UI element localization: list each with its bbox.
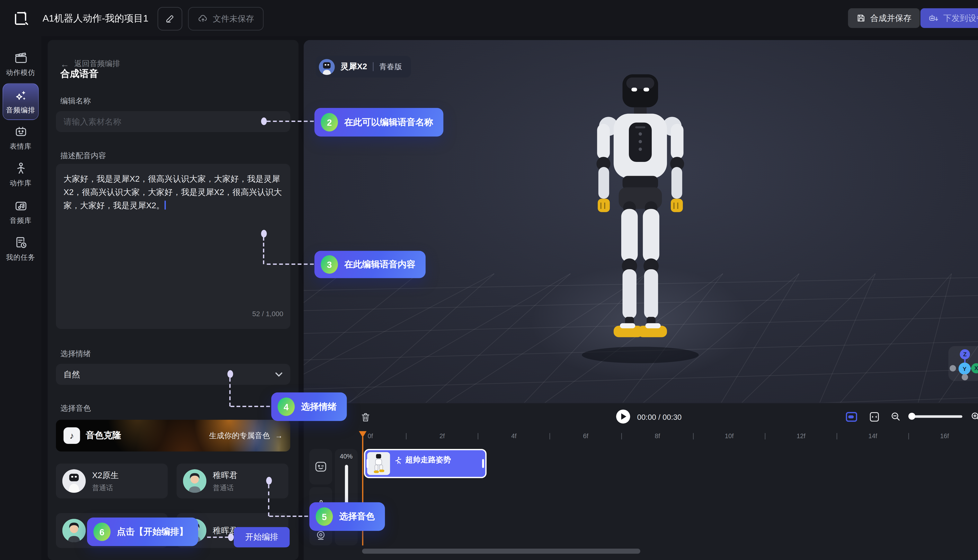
snap-icon [845,411,857,422]
timeline-horizontal-scrollbar[interactable] [362,549,640,554]
name-field-label: 编辑名称 [60,96,91,107]
synthesize-voice-panel: ← 返回音频编排 合成语音 编辑名称 描述配音内容 大家好，我是灵犀X2，很高兴… [48,40,299,560]
gizmo-neg-axis-bottom[interactable] [962,374,968,380]
tutorial-step-2: 2 在此可以编辑语音名称 [315,108,444,137]
gizmo-neg-axis-left[interactable] [950,365,956,371]
back-label: 返回音频编排 [74,58,120,69]
running-person-icon [394,456,402,464]
gizmo-y-axis[interactable]: Y [958,363,971,375]
save-button-label: 合成并保存 [870,12,911,24]
step-text: 选择情绪 [301,401,337,412]
magnifier-minus-icon [890,411,901,422]
timeline-zoom-knob[interactable] [908,413,915,420]
sidebar-label: 音频库 [10,216,32,225]
step-number-badge: 6 [93,523,110,541]
ruler-label: 4f [511,433,517,440]
person-avatar [183,469,206,493]
connector-dot [261,118,267,125]
sidebar-item-my-tasks[interactable]: 我的任务 [0,236,41,262]
back-link[interactable]: ← 返回音频编排 [60,58,120,69]
connector-line [207,537,229,538]
sidebar-item-audio-library[interactable]: 音频库 [0,199,41,225]
humanoid-robot [539,70,742,369]
zoom-out-button[interactable] [890,410,902,423]
gizmo-z-axis[interactable]: Z [960,349,970,359]
connector-line [267,263,314,265]
play-icon [621,413,626,420]
step-text: 选择音色 [339,511,375,522]
voice-card-x2[interactable]: X2原生 普通话 [56,463,168,498]
axis-gizmo[interactable]: Z Y X [948,346,978,381]
timeline-clip[interactable]: 超帅走路姿势 [364,449,487,478]
sidebar-item-expression-library[interactable]: 表情库 [0,125,41,151]
volume-control[interactable]: 40% [335,449,357,545]
connector-line [263,237,264,264]
voice-language: 普通话 [213,483,238,493]
snap-toggle-button[interactable] [845,410,858,423]
step-number-badge: 2 [321,113,338,132]
emotion-select[interactable]: 自然 [56,364,290,385]
sparkles-icon [14,88,28,102]
gizmo-x-axis[interactable]: X [971,363,978,373]
emotion-field-label: 选择情绪 [60,348,91,359]
emotion-value: 自然 [63,368,80,380]
voice-clone-banner[interactable]: ♪ 音色克隆 生成你的专属音色 → [56,420,290,452]
app-window: A1机器人动作-我的项目1 文件未保存 合成并保存 下发到设备 [0,0,978,560]
wink-face-icon [315,461,327,472]
material-name-input[interactable] [56,111,290,132]
sidebar-item-motion-mimic[interactable]: 动作模仿 [0,51,41,77]
ruler-label: 2f [439,433,445,440]
sidebar-label: 表情库 [10,142,32,151]
tutorial-step-4: 4 选择情绪 [271,392,347,421]
robot-download-icon [928,13,939,23]
tutorial-step-5: 5 选择音色 [309,502,385,531]
voice-content-textarea[interactable]: 大家好，我是灵犀X2，很高兴认识大家，大家好，我是灵犀X2，很高兴认识大家，大家… [56,164,290,329]
clip-name: 超帅走路姿势 [405,455,451,465]
ruler-label: 12f [797,433,806,440]
file-status-label: 文件未保存 [213,13,254,25]
pencil-icon [165,14,175,23]
edit-title-button[interactable] [157,7,182,30]
start-arrange-button[interactable]: 开始编排 [234,527,290,547]
connector-dot [261,230,267,238]
sidebar-item-motion-library[interactable]: 动作库 [0,161,41,188]
voice-name: X2原生 [92,470,119,481]
robot-avatar [62,469,86,493]
connector-line [268,485,269,516]
char-counter: 52 / 1,000 [252,310,283,318]
expression-track-button[interactable] [309,449,332,485]
left-sidebar: 动作模仿 音频编排 表情库 动作库 音频库 [0,36,41,560]
clip-thumbnail [367,452,390,475]
arrow-right-icon: → [275,431,283,440]
delete-clip-button[interactable] [357,410,373,425]
playhead-handle[interactable] [359,431,367,437]
save-button[interactable]: 合成并保存 [848,8,920,28]
step-text: 点击【开始编排】 [117,526,188,538]
fit-horizontal-icon [869,411,880,422]
step-number-badge: 3 [321,255,338,273]
person-avatar [62,519,86,542]
magnifier-plus-icon [970,411,978,422]
zoom-in-button[interactable] [970,410,978,423]
clip-right-handle[interactable] [482,459,484,468]
connector-line [269,516,308,517]
deploy-button-label: 下发到设备 [943,12,978,24]
deploy-to-device-button[interactable]: 下发到设备 [921,8,978,28]
project-title: A1机器人动作-我的项目1 [43,13,149,25]
connector-line [267,121,314,122]
audio-file-icon [14,199,28,213]
connector-line [229,378,230,406]
fit-clip-button[interactable] [868,410,880,423]
robot-edition: 青春版 [379,61,402,72]
voice-field-label: 选择音色 [60,403,91,414]
clip-left-handle[interactable] [367,459,369,468]
play-button[interactable] [616,410,630,423]
sidebar-item-audio-arrange[interactable]: 音频编排 [3,83,39,120]
robot-3d-viewport[interactable]: 灵犀X2 青春版 Z Y X [304,40,978,403]
step-text: 在此编辑语音内容 [344,259,416,270]
step-text: 在此可以编辑语音名称 [344,117,433,128]
file-status-button[interactable]: 文件未保存 [188,7,264,30]
voice-clone-cta: 生成你的专属音色 [209,430,270,441]
timeline-zoom-slider[interactable] [910,415,962,418]
robot-avatar-icon [319,59,335,75]
